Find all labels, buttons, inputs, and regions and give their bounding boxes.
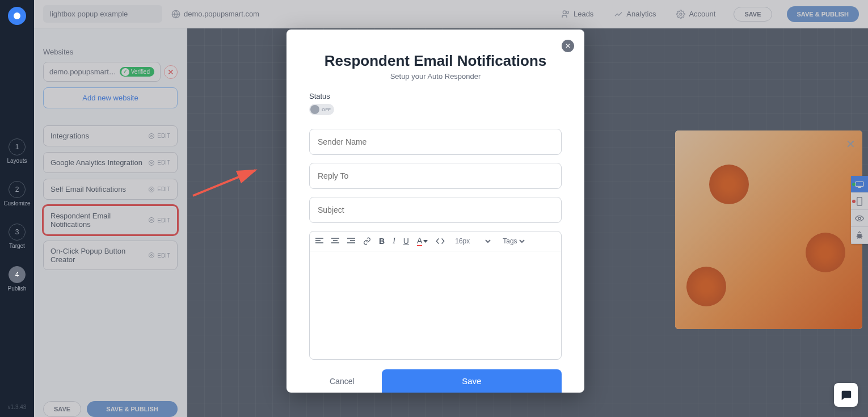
left-rail: 1 Layouts 2 Customize 3 Target 4 Publish… [0, 0, 34, 417]
remove-website-button[interactable]: ✕ [164, 65, 178, 79]
link-button[interactable] [363, 237, 371, 245]
svg-point-6 [151, 162, 153, 163]
svg-point-1 [563, 11, 566, 14]
code-icon [436, 238, 445, 245]
config-integrations[interactable]: Integrations EDIT [43, 125, 178, 146]
status-toggle[interactable]: OFF [309, 104, 334, 115]
sidebar-save-button[interactable]: SAVE [43, 401, 81, 417]
gear-icon [148, 133, 155, 140]
modal-cancel-button[interactable]: Cancel [309, 369, 375, 393]
rail-label-layouts: Layouts [7, 158, 27, 164]
rail-label-publish: Publish [8, 285, 27, 292]
logo[interactable] [8, 7, 26, 25]
align-center-button[interactable] [331, 238, 339, 245]
website-text: demo.popupsmart.c... [49, 68, 117, 76]
gear-icon [148, 186, 155, 193]
align-left-button[interactable] [315, 238, 323, 245]
domain-text: demo.popupsmart.com [184, 10, 259, 18]
svg-point-9 [149, 187, 154, 192]
header-save-button[interactable]: SAVE [734, 7, 772, 22]
nav-account[interactable]: Account [676, 10, 715, 19]
nav-leads[interactable]: Leads [561, 10, 593, 19]
website-chip[interactable]: demo.popupsmart.c... Verified [43, 62, 161, 82]
chat-widget[interactable] [834, 383, 858, 407]
websites-heading: Websites [43, 48, 178, 56]
device-mobile-button[interactable] [851, 193, 868, 210]
version-label: v1.3.43 [8, 404, 27, 410]
rail-label-customize: Customize [3, 200, 30, 207]
gear-icon [148, 217, 155, 224]
side-panel: Websites demo.popupsmart.c... Verified ✕… [34, 28, 187, 417]
config-self-email[interactable]: Self Email Notifications EDIT [43, 179, 178, 200]
toggle-state: OFF [322, 107, 331, 112]
close-icon: ✕ [565, 42, 571, 50]
bug-icon [855, 231, 864, 240]
rail-step-4[interactable]: 4 [9, 266, 26, 283]
analytics-icon [614, 10, 623, 19]
desktop-icon [855, 181, 864, 188]
preview-popup: ✕ [675, 130, 862, 329]
top-bar: lightbox popup example demo.popupsmart.c… [34, 0, 868, 28]
close-icon: ✕ [167, 68, 174, 77]
domain-indicator[interactable]: demo.popupsmart.com [171, 10, 259, 19]
rail-label-target: Target [9, 243, 25, 249]
nav-analytics[interactable]: Analytics [614, 10, 656, 19]
reply-to-input[interactable] [309, 163, 562, 189]
italic-button[interactable]: I [393, 237, 395, 246]
svg-point-11 [149, 218, 154, 223]
svg-point-4 [151, 135, 153, 137]
tags-select[interactable]: Tags [500, 237, 526, 246]
font-size-select[interactable]: 16px [453, 237, 492, 246]
config-ga[interactable]: Google Analytics Integration EDIT [43, 152, 178, 173]
align-left-icon [315, 238, 323, 245]
svg-point-5 [149, 133, 154, 138]
config-respondent-email[interactable]: Respondent Email Notifications EDIT [43, 205, 178, 235]
svg-point-7 [149, 160, 154, 165]
device-preview-button[interactable] [851, 210, 868, 227]
rich-text-editor: B I U A 16px Tags [309, 231, 562, 360]
device-desktop-button[interactable] [851, 176, 868, 193]
modal-subtitle: Setup your Auto Responder [309, 72, 562, 81]
svg-point-12 [151, 255, 153, 256]
config-onclick-popup[interactable]: On-Click Popup Button Creator EDIT [43, 241, 178, 270]
leads-icon [561, 10, 570, 19]
bold-button[interactable]: B [379, 237, 385, 246]
chevron-down-icon [423, 240, 428, 243]
editor-textarea[interactable] [310, 251, 561, 359]
sidebar-publish-button[interactable]: SAVE & PUBLISH [87, 401, 178, 417]
chat-icon [840, 389, 852, 401]
gear-icon [148, 159, 155, 166]
subject-input[interactable] [309, 197, 562, 223]
modal-save-button[interactable]: Save [382, 369, 562, 393]
sender-name-input[interactable] [309, 129, 562, 155]
device-debug-button[interactable] [851, 227, 868, 244]
edit-chip: EDIT [148, 133, 170, 140]
device-bar [851, 176, 868, 244]
rail-step-3[interactable]: 3 [9, 224, 26, 241]
svg-point-16 [858, 217, 861, 220]
svg-point-3 [680, 13, 682, 15]
add-website-button[interactable]: Add new website [43, 87, 178, 108]
align-center-icon [331, 238, 339, 245]
underline-button[interactable]: U [403, 237, 409, 246]
svg-point-8 [151, 188, 153, 190]
svg-point-10 [151, 220, 153, 221]
verified-badge: Verified [120, 67, 154, 77]
align-right-button[interactable] [347, 238, 355, 245]
link-icon [363, 237, 371, 245]
globe-icon [171, 10, 180, 19]
header-publish-button[interactable]: SAVE & PUBLISH [787, 6, 859, 22]
modal-close-button[interactable]: ✕ [562, 40, 574, 52]
project-name-input[interactable]: lightbox popup example [43, 5, 162, 23]
text-color-button[interactable]: A [417, 236, 428, 246]
modal-title: Respondent Email Notifications [309, 52, 562, 70]
rail-step-2[interactable]: 2 [9, 181, 26, 198]
svg-point-2 [566, 11, 568, 13]
email-notifications-modal: ✕ Respondent Email Notifications Setup y… [286, 30, 584, 393]
code-button[interactable] [436, 238, 445, 245]
rail-step-1[interactable]: 1 [9, 138, 26, 155]
status-label: Status [309, 92, 562, 100]
preview-close-icon[interactable]: ✕ [846, 137, 856, 151]
mobile-icon [857, 197, 862, 206]
align-right-icon [347, 238, 355, 245]
